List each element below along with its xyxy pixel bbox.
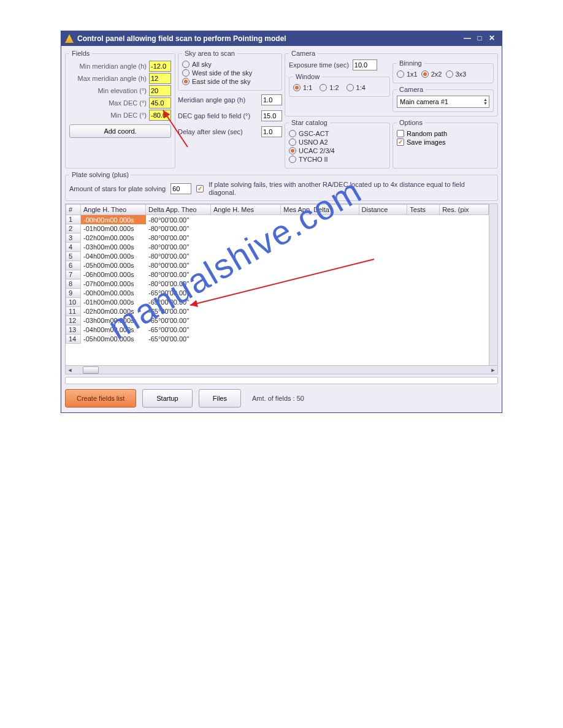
all-sky-radio[interactable] (182, 61, 190, 68)
column-header[interactable]: # (66, 205, 81, 215)
dec-gap-input[interactable] (261, 110, 282, 121)
empty-cell (407, 252, 440, 261)
column-header[interactable]: Tests (407, 205, 440, 215)
table-row[interactable]: 12-03h00m00.000s-65°00'00.00'' (66, 316, 489, 325)
table-row[interactable]: 5-04h00m00.000s-80°00'00.00'' (66, 252, 489, 261)
ucac-radio[interactable] (289, 147, 296, 154)
scroll-thumb[interactable] (83, 366, 99, 374)
bin-1x1-radio[interactable] (397, 70, 404, 78)
column-header[interactable]: Angle H. Theo (81, 205, 146, 215)
empty-cell (281, 224, 359, 233)
plate-stars-input[interactable] (170, 183, 191, 194)
mer-gap-input[interactable] (261, 94, 282, 105)
east-sky-label: East side of the sky (192, 78, 250, 85)
table-row[interactable]: 8-07h00m00.000s-80°00'00.00'' (66, 279, 489, 289)
bin-2x2-radio[interactable] (421, 70, 429, 78)
empty-cell (281, 325, 359, 335)
scroll-left-icon[interactable]: ◄ (66, 367, 74, 373)
angle-h-theo-cell: -04h00m00.000s (81, 325, 146, 335)
bin-3x3-radio[interactable] (446, 70, 453, 78)
minimize-button[interactable]: — (461, 34, 473, 44)
table-row[interactable]: 11-02h00m00.000s-65°00'00.00'' (66, 307, 489, 316)
files-button[interactable]: Files (199, 389, 241, 408)
empty-cell (407, 335, 440, 344)
empty-cell (407, 243, 440, 252)
column-header[interactable]: Delta App. Theo (146, 205, 211, 215)
table-row[interactable]: 6-05h00m00.000s-80°00'00.00'' (66, 261, 489, 270)
table-row[interactable]: 3-02h00m00.000s-80°00'00.00'' (66, 233, 489, 243)
delay-input[interactable] (261, 126, 282, 137)
startup-button[interactable]: Startup (142, 389, 192, 408)
empty-cell (440, 307, 489, 316)
empty-cell (440, 270, 489, 279)
row-index: 5 (66, 252, 81, 261)
empty-cell (359, 289, 407, 298)
create-fields-button[interactable]: Create fields list (65, 389, 136, 408)
random-path-label: Random path (407, 130, 447, 137)
angle-h-theo-cell: -02h00m00.000s (81, 233, 146, 243)
win-14-label: 1:4 (356, 84, 366, 91)
mer-gap-label: Meridian angle gap (h) (178, 96, 245, 104)
max-dec-input[interactable] (149, 97, 171, 108)
plate-retry-checkbox[interactable] (196, 185, 204, 192)
scroll-right-icon[interactable]: ► (489, 367, 497, 373)
max-mer-input[interactable] (149, 73, 171, 84)
west-sky-radio[interactable] (182, 69, 190, 77)
empty-cell (211, 215, 281, 224)
save-images-checkbox[interactable] (397, 138, 404, 146)
all-sky-label: All sky (192, 61, 212, 68)
min-el-label: Min elevation (°) (69, 87, 147, 94)
column-header[interactable]: Mes App. Delta (281, 205, 359, 215)
maximize-button[interactable]: □ (473, 34, 486, 44)
random-path-checkbox[interactable] (397, 130, 404, 137)
table-row[interactable]: 1-00h00m00.000s-80°00'00.00'' (66, 215, 489, 224)
win-11-radio[interactable] (293, 84, 301, 91)
app-icon (65, 34, 74, 43)
vertical-scrollbar[interactable] (489, 204, 497, 365)
angle-h-theo-cell: -06h00m00.000s (81, 270, 146, 279)
min-mer-input[interactable] (149, 61, 171, 72)
row-index: 4 (66, 243, 81, 252)
empty-cell (281, 335, 359, 344)
min-dec-input[interactable] (149, 110, 171, 121)
row-index: 7 (66, 270, 81, 279)
row-index: 1 (66, 215, 81, 224)
table-row[interactable]: 10-01h00m00.000s-65°00'00.00'' (66, 298, 489, 307)
column-header[interactable]: Angle H. Mes (211, 205, 281, 215)
empty-cell (359, 233, 407, 243)
win-14-radio[interactable] (347, 84, 354, 91)
table-row[interactable]: 9-00h00m00.000s-65°00'00.00'' (66, 289, 489, 298)
empty-cell (359, 279, 407, 289)
min-el-input[interactable] (149, 85, 171, 96)
column-header[interactable]: Distance (359, 205, 407, 215)
east-sky-radio[interactable] (182, 78, 190, 85)
gsc-radio[interactable] (289, 130, 296, 137)
empty-cell (211, 279, 281, 289)
win-12-radio[interactable] (320, 84, 327, 91)
usno-label: USNO A2 (299, 138, 328, 146)
row-index: 9 (66, 289, 81, 298)
tycho-radio[interactable] (289, 156, 296, 163)
horizontal-scrollbar[interactable]: ◄ ► (66, 365, 497, 374)
bin-1x1-label: 1x1 (407, 70, 418, 78)
empty-cell (211, 289, 281, 298)
empty-cell (281, 252, 359, 261)
empty-cell (407, 325, 440, 335)
close-button[interactable]: ✕ (486, 34, 498, 44)
table-row[interactable]: 2-01h00m00.000s-80°00'00.00'' (66, 224, 489, 233)
empty-cell (440, 233, 489, 243)
camera-combo[interactable]: Main camera #1 ▲▼ (397, 96, 489, 108)
app-window: Control panel allowing field scan to per… (61, 31, 502, 413)
star-catalog-group: Star catalog GSC-ACT USNO A2 UCAC 2/3/4 … (285, 119, 390, 169)
save-images-label: Save images (407, 138, 446, 146)
delta-app-theo-cell: -80°00'00.00'' (146, 243, 211, 252)
table-row[interactable]: 4-03h00m00.000s-80°00'00.00'' (66, 243, 489, 252)
add-coord-button[interactable]: Add coord. (69, 124, 171, 138)
table-row[interactable]: 13-04h00m00.000s-65°00'00.00'' (66, 325, 489, 335)
table-row[interactable]: 7-06h00m00.000s-80°00'00.00'' (66, 270, 489, 279)
exposure-input[interactable] (353, 59, 377, 70)
usno-radio[interactable] (289, 138, 296, 146)
angle-h-theo-cell: -04h00m00.000s (81, 252, 146, 261)
column-header[interactable]: Res. (pix (440, 205, 489, 215)
table-row[interactable]: 14-05h00m00.000s-65°00'00.00'' (66, 335, 489, 344)
